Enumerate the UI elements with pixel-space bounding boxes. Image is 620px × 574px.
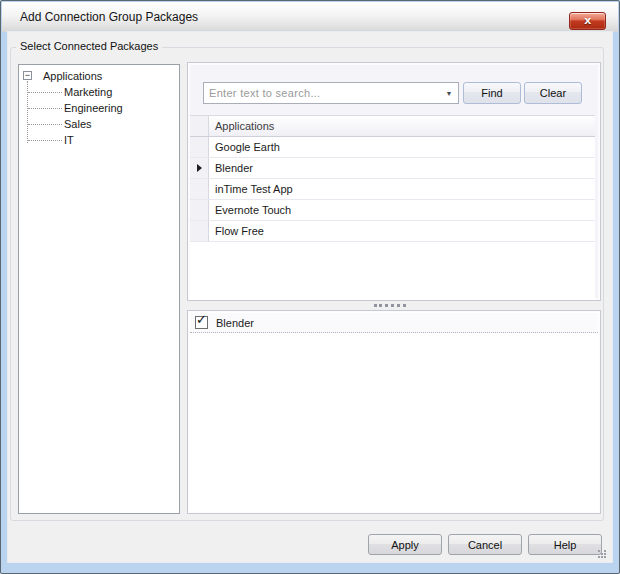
table-row[interactable]: Evernote Touch bbox=[190, 200, 595, 221]
groupbox-label: Select Connected Packages bbox=[16, 40, 162, 52]
chevron-down-icon: ▼ bbox=[446, 90, 453, 97]
apply-button[interactable]: Apply bbox=[368, 534, 442, 555]
window-titlebar[interactable]: Add Connection Group Packages bbox=[2, 2, 618, 32]
selected-item-blender[interactable]: ✓ Blender bbox=[190, 313, 598, 333]
row-indicator-cell bbox=[190, 200, 209, 220]
apply-button-label: Apply bbox=[391, 539, 419, 551]
clear-button[interactable]: Clear bbox=[524, 82, 582, 104]
tree-item-applications[interactable]: − Applications bbox=[19, 68, 179, 84]
find-button-label: Find bbox=[481, 87, 502, 99]
table-row[interactable]: Blender bbox=[190, 158, 595, 179]
row-indicator-cell bbox=[190, 179, 209, 199]
help-button[interactable]: Help bbox=[528, 534, 602, 555]
cancel-button[interactable]: Cancel bbox=[448, 534, 522, 555]
grid-header-row[interactable]: Applications bbox=[190, 116, 595, 137]
selected-packages-panel: ✓ Blender bbox=[187, 310, 601, 514]
tree-item-label: Applications bbox=[43, 68, 102, 84]
tree-collapse-box[interactable]: − bbox=[23, 71, 32, 80]
packages-grid: Applications Google Earth Blender inTime… bbox=[190, 115, 595, 300]
row-indicator-cell bbox=[190, 158, 209, 178]
tree-item-marketing[interactable]: Marketing bbox=[19, 84, 179, 100]
clear-button-label: Clear bbox=[540, 87, 566, 99]
selected-item-label: Blender bbox=[216, 317, 254, 329]
check-icon: ✓ bbox=[196, 313, 207, 326]
package-name-cell: Google Earth bbox=[209, 137, 595, 157]
package-name-cell: inTime Test App bbox=[209, 179, 595, 199]
find-button[interactable]: Find bbox=[463, 82, 521, 104]
tree-item-label: IT bbox=[64, 134, 74, 146]
row-indicator-cell bbox=[190, 137, 209, 157]
splitter-handle[interactable] bbox=[374, 304, 406, 307]
tree-item-label: Engineering bbox=[64, 102, 123, 114]
package-name-cell: Flow Free bbox=[209, 221, 595, 241]
tree-item-label: Sales bbox=[64, 118, 92, 130]
tree-item-label: Marketing bbox=[64, 86, 112, 98]
help-button-label: Help bbox=[554, 539, 577, 551]
collapse-icon: − bbox=[25, 72, 30, 79]
tree-item-engineering[interactable]: Engineering bbox=[19, 100, 179, 116]
tree-item-it[interactable]: IT bbox=[19, 132, 179, 148]
cancel-button-label: Cancel bbox=[468, 539, 502, 551]
packages-search-panel: ▼ Find Clear Applications Google Earth B… bbox=[187, 62, 601, 301]
grid-header-indicator-cell bbox=[190, 116, 209, 136]
close-icon: x bbox=[584, 16, 591, 26]
close-button[interactable]: x bbox=[569, 12, 606, 30]
resize-grip[interactable] bbox=[598, 550, 600, 552]
packages-tree[interactable]: − Applications Marketing Engineering Sal… bbox=[18, 64, 180, 514]
tree-item-sales[interactable]: Sales bbox=[19, 116, 179, 132]
grid-header-applications: Applications bbox=[209, 116, 595, 136]
search-input[interactable] bbox=[204, 83, 440, 103]
search-combobox: ▼ bbox=[203, 82, 459, 104]
table-row[interactable]: inTime Test App bbox=[190, 179, 595, 200]
add-connection-group-packages-dialog: Add Connection Group Packages x Select C… bbox=[0, 0, 620, 574]
row-indicator-arrow-icon bbox=[197, 164, 202, 172]
package-name-cell: Blender bbox=[209, 158, 595, 178]
dialog-title: Add Connection Group Packages bbox=[20, 10, 198, 24]
package-name-cell: Evernote Touch bbox=[209, 200, 595, 220]
row-indicator-cell bbox=[190, 221, 209, 241]
table-row[interactable]: Google Earth bbox=[190, 137, 595, 158]
table-row[interactable]: Flow Free bbox=[190, 221, 595, 242]
blender-checkbox[interactable]: ✓ bbox=[195, 316, 208, 329]
search-dropdown-button[interactable]: ▼ bbox=[440, 83, 458, 103]
